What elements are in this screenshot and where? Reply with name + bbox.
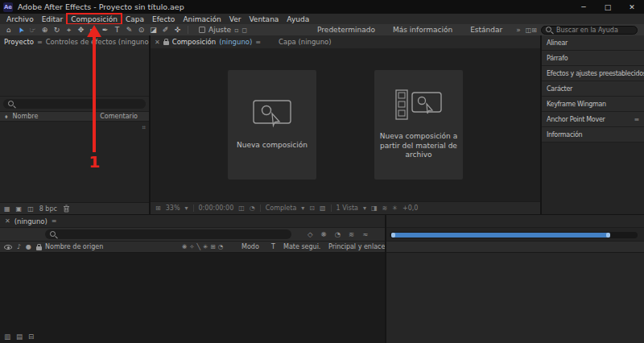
panel-menu-icon[interactable]: ≡: [255, 39, 261, 46]
tab-capa[interactable]: Capa (ninguno): [279, 38, 332, 46]
workspace-overflow-icon[interactable]: »: [516, 26, 521, 34]
menu-item-editar[interactable]: Editar: [38, 14, 68, 24]
timeline-divider[interactable]: [385, 215, 386, 343]
frame-blend-master-icon[interactable]: ≋: [349, 230, 354, 238]
panel-anchor-point-mover[interactable]: Anchor Point Mover ≡: [542, 112, 644, 127]
hand-tool-icon[interactable]: ☞: [27, 25, 38, 35]
panel-alinear[interactable]: Alinear: [542, 35, 644, 51]
current-timecode[interactable]: 0:00:00:00: [199, 205, 234, 212]
help-search-input[interactable]: [556, 27, 633, 34]
workspace-grid-icon[interactable]: ◫: [526, 27, 532, 34]
trash-icon[interactable]: [63, 205, 70, 213]
menu-item-archivo[interactable]: Archivo: [2, 14, 38, 24]
menu-item-ayuda[interactable]: Ayuda: [283, 14, 313, 24]
menu-item-capa[interactable]: Capa: [122, 14, 148, 24]
column-nombre[interactable]: Nombre: [13, 113, 39, 120]
new-composition-from-footage-button[interactable]: Nueva composición a partir del material …: [374, 70, 463, 180]
panel-parrafo[interactable]: Párrafo: [542, 51, 644, 66]
project-flowchart-icon[interactable]: ⌗: [142, 124, 146, 132]
workspace-mas-informacion[interactable]: Más información: [393, 26, 452, 34]
snap-option-1-icon[interactable]: ▫: [234, 27, 238, 34]
clone-stamp-tool-icon[interactable]: ⊙: [136, 25, 147, 35]
comp-flowchart-icon[interactable]: ◇: [308, 230, 313, 238]
snapshot-icon[interactable]: ◫: [238, 205, 245, 212]
fast-previews-icon[interactable]: ≋: [382, 205, 388, 212]
panel-efectos-y-ajustes[interactable]: Efectos y ajustes preestablecidos: [542, 66, 644, 81]
workspace-add-icon[interactable]: ⊞: [531, 27, 537, 34]
view-layout-select[interactable]: 1 Vista: [336, 205, 358, 212]
grid-options-icon[interactable]: ⊞: [155, 205, 161, 212]
scrollbar-thumb[interactable]: [391, 233, 610, 238]
close-button[interactable]: ✕: [620, 0, 644, 14]
new-composition-button[interactable]: Nueva composición: [228, 70, 316, 180]
column-mate-segui[interactable]: Mate segui.: [283, 242, 320, 252]
column-t[interactable]: T: [271, 242, 275, 252]
panel-informacion[interactable]: Información: [542, 127, 644, 143]
exposure-value[interactable]: +0,0: [402, 205, 418, 212]
transparency-grid-icon[interactable]: ▧: [320, 205, 326, 212]
toggle-in-out-icon[interactable]: ⊟: [28, 333, 34, 341]
scrollbar-handle-right[interactable]: [606, 233, 610, 238]
workspace-predeterminado[interactable]: Predeterminado: [317, 26, 375, 34]
tab-composicion[interactable]: Composición: [172, 38, 216, 46]
shy-master-icon[interactable]: ◔: [335, 230, 341, 238]
zoom-tool-icon[interactable]: ⊕: [39, 25, 50, 35]
column-nombre-de-origen[interactable]: Nombre de origen: [45, 242, 103, 252]
tab-controles-de-efectos[interactable]: Controles de efectos (ninguno): [46, 38, 149, 46]
timeline-search-input[interactable]: [60, 231, 287, 238]
panel-menu-icon[interactable]: ≡: [634, 116, 639, 123]
timeline-horizontal-scrollbar[interactable]: [390, 232, 638, 238]
roto-brush-tool-icon[interactable]: ✐: [160, 25, 171, 35]
tab-proyecto[interactable]: Proyecto: [4, 38, 34, 46]
lock-viewer-icon[interactable]: [163, 41, 169, 45]
motion-blur-master-icon[interactable]: ≈: [362, 230, 368, 238]
menu-item-animacion[interactable]: Animación: [179, 14, 225, 24]
eraser-tool-icon[interactable]: ◪: [148, 25, 159, 35]
column-comentario[interactable]: Comentario: [100, 113, 144, 120]
rotate-tool-icon[interactable]: ↻: [52, 25, 62, 35]
close-panel-icon[interactable]: ✕: [155, 39, 160, 46]
column-modo[interactable]: Modo: [242, 242, 259, 252]
toggle-layer-switches-icon[interactable]: ▥: [4, 333, 10, 341]
panel-caracter[interactable]: Carácter: [542, 81, 644, 97]
pen-tool-icon[interactable]: ✒: [100, 25, 110, 35]
snap-checkbox[interactable]: [199, 27, 205, 33]
type-tool-icon[interactable]: T: [112, 25, 122, 35]
workspace-estandar[interactable]: Estándar: [470, 26, 502, 34]
timeline-layer-list[interactable]: ▥ ▤ ⊟: [0, 253, 385, 343]
region-of-interest-icon[interactable]: ⊡: [309, 205, 315, 212]
project-item-list[interactable]: ⌗: [0, 122, 149, 202]
close-panel-icon[interactable]: ✕: [5, 217, 10, 225]
show-channels-icon[interactable]: ◔: [250, 205, 255, 212]
column-principal-y-enlace[interactable]: Principal y enlace: [328, 242, 385, 252]
pan-behind-tool-icon[interactable]: ✥: [76, 25, 86, 35]
panel-menu-icon[interactable]: ≡: [52, 217, 57, 225]
new-folder-icon[interactable]: ▣: [16, 205, 23, 213]
resolution-select[interactable]: Completa: [266, 205, 297, 212]
color-depth-button[interactable]: 8 bpc: [39, 205, 57, 213]
timeline-track-area[interactable]: [386, 253, 644, 343]
minimize-button[interactable]: ─: [572, 0, 596, 14]
toggle-transfer-controls-icon[interactable]: ▤: [16, 333, 23, 341]
shape-tool-icon[interactable]: ▭: [88, 25, 98, 35]
scrollbar-handle-left[interactable]: [391, 233, 395, 238]
menu-item-composicion[interactable]: Composición: [67, 14, 122, 24]
timeline-tab[interactable]: (ninguno): [14, 217, 47, 225]
menu-item-ver[interactable]: Ver: [225, 14, 246, 24]
draft-3d-icon[interactable]: ❋: [321, 230, 327, 238]
maximize-button[interactable]: □: [596, 0, 620, 14]
snap-option-2-icon[interactable]: ◻: [242, 27, 248, 34]
menu-item-ventana[interactable]: Ventana: [245, 14, 283, 24]
magnification-select[interactable]: 33%: [166, 205, 180, 212]
pixel-aspect-icon[interactable]: ◨: [371, 205, 378, 212]
project-search-input[interactable]: [19, 101, 141, 108]
brush-tool-icon[interactable]: ✎: [124, 25, 134, 35]
camera-tool-icon[interactable]: ⌖: [64, 25, 74, 35]
home-icon[interactable]: ⌂: [3, 25, 14, 35]
menu-item-efecto[interactable]: Efecto: [148, 14, 179, 24]
exposure-gear-icon[interactable]: ✳: [392, 205, 398, 212]
panel-keyframe-wingman[interactable]: Keyframe Wingman: [542, 97, 644, 112]
puppet-pin-tool-icon[interactable]: ✜: [172, 25, 183, 35]
panel-menu-icon[interactable]: ≡: [37, 39, 43, 46]
new-composition-small-icon[interactable]: ◫: [27, 205, 34, 213]
